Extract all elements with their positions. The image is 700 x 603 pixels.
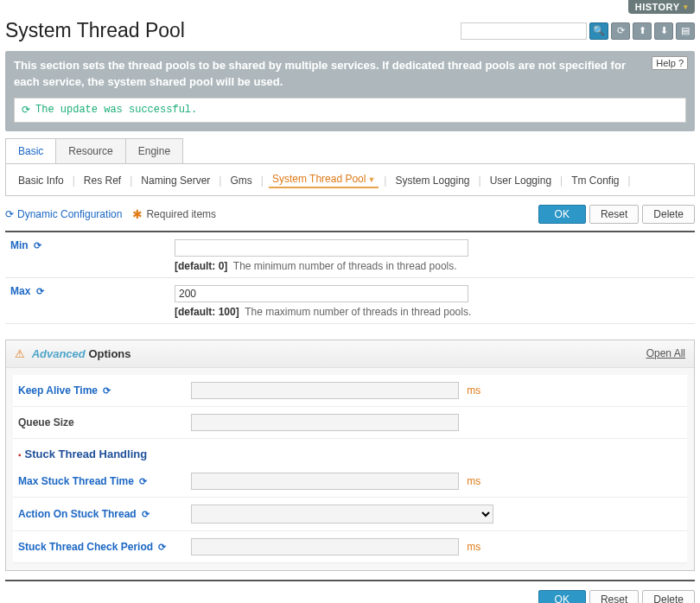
page-title: System Thread Pool — [5, 19, 185, 42]
max-stuck-input[interactable] — [191, 473, 459, 490]
xml-doc-button[interactable]: ▤ — [676, 22, 695, 40]
main-tabs: Basic Resource Engine — [5, 138, 695, 163]
advanced-options-panel: ⚠ Advanced Options Open All Keep Alive T… — [5, 340, 695, 571]
import-xml-button[interactable]: ⬇ — [654, 22, 673, 40]
reset-button[interactable]: Reset — [589, 205, 639, 224]
min-hint: [default: 0] The minimum number of threa… — [175, 260, 690, 272]
upload-icon: ⬆ — [639, 25, 646, 36]
history-label: HISTORY — [635, 2, 680, 12]
min-label: Min ⟳ — [5, 232, 169, 278]
export-xml-button[interactable]: ⬆ — [633, 22, 652, 40]
subnav-naming-server[interactable]: Naming Server — [137, 175, 213, 187]
check-period-input[interactable] — [191, 538, 459, 555]
legend-dynamic: ⟳ Dynamic Configuration — [5, 208, 122, 220]
subnav-system-logging[interactable]: System Logging — [391, 175, 473, 187]
subnav-gms[interactable]: Gms — [226, 175, 255, 187]
doc-icon: ▤ — [681, 25, 690, 36]
max-hint: [default: 100] The maximum number of thr… — [175, 306, 690, 318]
dropdown-icon: ▼ — [367, 175, 375, 184]
sync-icon: ⟳ — [158, 542, 166, 552]
queue-size-input[interactable] — [191, 414, 459, 431]
history-button[interactable]: HISTORY ▾ — [628, 0, 695, 14]
tab-resource[interactable]: Resource — [55, 138, 125, 163]
subnav-tm-config[interactable]: Tm Config — [568, 175, 622, 187]
reset-button-footer[interactable]: Reset — [589, 590, 639, 603]
subnav-user-logging[interactable]: User Logging — [487, 175, 555, 187]
section-marker-icon: ▪ — [18, 450, 22, 460]
download-icon: ⬇ — [660, 25, 668, 36]
status-message: ⟳ The update was successful. — [14, 98, 686, 123]
chevron-down-icon: ▾ — [684, 3, 689, 11]
refresh-icon: ⟳ — [617, 25, 625, 36]
action-on-stuck-select[interactable] — [191, 505, 493, 524]
warning-icon: ⚠ — [15, 347, 25, 360]
tab-engine[interactable]: Engine — [125, 138, 183, 163]
max-input[interactable] — [175, 285, 468, 302]
check-period-label: Stuck Thread Check Period ⟳ — [13, 530, 186, 562]
refresh-button[interactable]: ⟳ — [611, 22, 630, 40]
asterisk-icon: ✱ — [132, 208, 143, 220]
help-button[interactable]: Help ? — [652, 56, 688, 70]
legend-required: ✱ Required items — [132, 208, 216, 220]
search-button[interactable]: 🔍 — [589, 22, 608, 40]
keep-alive-input[interactable] — [191, 382, 459, 399]
open-all-link[interactable]: Open All — [646, 347, 685, 359]
footer-divider — [5, 580, 695, 581]
subnav-basic-info[interactable]: Basic Info — [15, 175, 67, 187]
stuck-thread-section-header: ▪Stuck Thread Handling — [13, 439, 687, 466]
sync-icon: ⟳ — [36, 286, 44, 296]
ok-button[interactable]: OK — [538, 205, 586, 224]
sub-navigation: Basic Info| Res Ref| Naming Server| Gms|… — [15, 173, 685, 188]
search-input[interactable] — [461, 22, 587, 40]
status-text: The update was successful. — [35, 104, 197, 116]
max-stuck-unit: ms — [467, 475, 480, 487]
min-input[interactable] — [175, 239, 468, 257]
sync-icon: ⟳ — [103, 385, 111, 396]
search-icon: 🔍 — [593, 25, 605, 36]
keep-alive-unit: ms — [467, 384, 480, 397]
sync-icon: ⟳ — [142, 509, 150, 519]
advanced-title: ⚠ Advanced Options — [15, 347, 131, 360]
action-on-stuck-label: Action On Stuck Thread ⟳ — [13, 497, 186, 530]
subnav-system-thread-pool[interactable]: System Thread Pool▼ — [269, 173, 379, 188]
ok-button-footer[interactable]: OK — [538, 590, 586, 603]
keep-alive-label: Keep Alive Time ⟳ — [13, 375, 186, 407]
delete-button[interactable]: Delete — [642, 205, 695, 224]
max-stuck-label: Max Stuck Thread Time ⟳ — [13, 466, 186, 498]
sync-icon: ⟳ — [34, 240, 41, 251]
max-label: Max ⟳ — [5, 277, 169, 323]
description-banner: This section sets the thread pools to be… — [5, 51, 695, 131]
banner-text: This section sets the thread pools to be… — [14, 58, 686, 91]
success-icon: ⟳ — [22, 104, 30, 117]
sync-icon: ⟳ — [5, 208, 14, 220]
subnav-res-ref[interactable]: Res Ref — [80, 175, 124, 187]
sync-icon: ⟳ — [139, 476, 147, 486]
queue-size-label: Queue Size — [13, 406, 186, 438]
check-period-unit: ms — [467, 541, 480, 553]
tab-basic[interactable]: Basic — [5, 138, 56, 163]
delete-button-footer[interactable]: Delete — [642, 590, 695, 603]
